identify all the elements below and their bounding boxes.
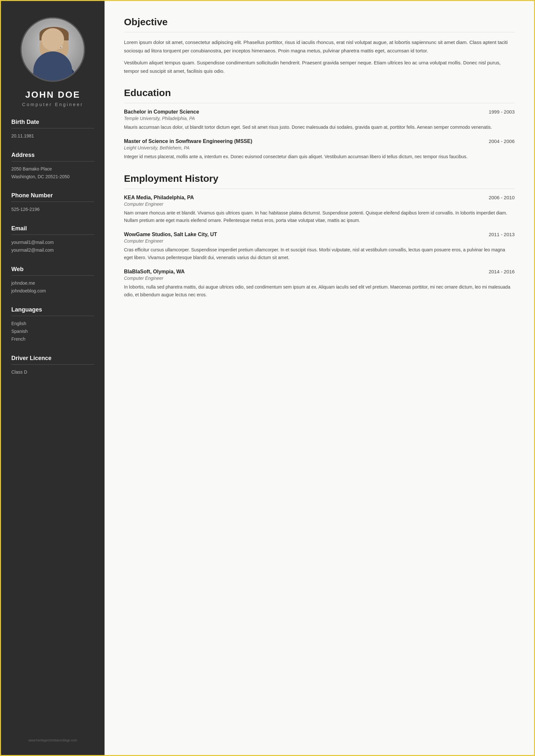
driver-divider bbox=[11, 364, 94, 364]
edu-entry-2-body: Integer id metus placerat, mollis ante a… bbox=[124, 153, 515, 161]
languages-section: Languages English Spanish French bbox=[1, 306, 104, 343]
svg-rect-3 bbox=[50, 55, 58, 63]
objective-title: Objective bbox=[124, 16, 515, 28]
svg-marker-14 bbox=[54, 60, 62, 68]
education-divider bbox=[124, 103, 515, 103]
web2-value: johndoeblog.com bbox=[11, 287, 94, 295]
svg-point-10 bbox=[59, 46, 62, 48]
web-section: Web johndoe.me johndoeblog.com bbox=[1, 266, 104, 295]
emp-entry-2: WowGame Studios, Salt Lake City, UT 2011… bbox=[124, 231, 515, 262]
objective-section: Objective Lorem ipsum dolor sit amet, co… bbox=[124, 16, 515, 75]
emp-entry-3-header: BlaBlaSoft, Olympia, WA 2014 - 2016 bbox=[124, 269, 515, 275]
avatar bbox=[20, 17, 85, 82]
edu-entry-1: Bachelor in Computer Science 1999 - 2003… bbox=[124, 109, 515, 131]
languages-label: Languages bbox=[11, 306, 94, 313]
edu-entry-1-header: Bachelor in Computer Science 1999 - 2003 bbox=[124, 109, 515, 115]
emp-entry-1-role: Computer Engineer bbox=[124, 202, 515, 207]
svg-marker-12 bbox=[54, 61, 67, 72]
person-title: Computer Engineer bbox=[22, 102, 83, 107]
email-divider bbox=[11, 234, 94, 235]
edu-entry-2-header: Master of Science in Sowftware Engineeri… bbox=[124, 138, 515, 144]
emp-entry-2-body: Cras efficitur cursus ullamcorper. Suspe… bbox=[124, 246, 515, 262]
emp-entry-3-body: In lobortis, nulla sed pharetra mattis, … bbox=[124, 284, 515, 299]
svg-rect-6 bbox=[40, 34, 69, 40]
phone-value: 525-126-2196 bbox=[11, 206, 94, 213]
language1-value: English bbox=[11, 320, 94, 328]
language3-value: French bbox=[11, 336, 94, 343]
svg-point-7 bbox=[46, 45, 50, 48]
birth-date-label: Birth Date bbox=[11, 119, 94, 125]
objective-p2: Vestibulum aliquet tempus quam. Suspendi… bbox=[124, 59, 515, 75]
employment-title: Employment History bbox=[124, 173, 515, 184]
edu-entry-1-body: Mauris accumsan lacus dolor, ut blandit … bbox=[124, 123, 515, 131]
main-content: Objective Lorem ipsum dolor sit amet, co… bbox=[104, 1, 534, 755]
emp-entry-2-header: WowGame Studios, Salt Lake City, UT 2011… bbox=[124, 231, 515, 237]
emp-entry-3: BlaBlaSoft, Olympia, WA 2014 - 2016 Comp… bbox=[124, 269, 515, 299]
objective-divider bbox=[124, 32, 515, 32]
objective-p1: Lorem ipsum dolor sit amet, consectetur … bbox=[124, 38, 515, 55]
svg-marker-11 bbox=[41, 61, 54, 72]
address-section: Address 2050 Bamako Place Washington, DC… bbox=[1, 152, 104, 181]
driver-value: Class D bbox=[11, 368, 94, 376]
employment-section: Employment History KEA Media, Philadelph… bbox=[124, 173, 515, 299]
address-label: Address bbox=[11, 152, 94, 158]
employment-divider bbox=[124, 189, 515, 189]
edu-entry-2-dates: 2004 - 2006 bbox=[489, 138, 515, 144]
emp-entry-1-company: KEA Media, Philadelphia, PA bbox=[124, 195, 194, 201]
emp-entry-3-company: BlaBlaSoft, Olympia, WA bbox=[124, 269, 185, 275]
driver-section: Driver Licence Class D bbox=[1, 355, 104, 376]
svg-marker-2 bbox=[52, 61, 56, 73]
footer-url: www.heritagechristiancollege.com bbox=[28, 733, 77, 742]
phone-section: Phone Number 525-126-2196 bbox=[1, 192, 104, 213]
phone-divider bbox=[11, 202, 94, 202]
address-line1: 2050 Bamako Place bbox=[11, 165, 94, 173]
svg-point-9 bbox=[47, 46, 50, 48]
phone-label: Phone Number bbox=[11, 192, 94, 199]
emp-entry-1-body: Nam ornare rhoncus ante et blandit. Viva… bbox=[124, 209, 515, 225]
edu-entry-2-institution: Leight University, Bethlehem, PA bbox=[124, 145, 515, 150]
email-section: Email yourmail1@mail.com yourmail2@mail.… bbox=[1, 225, 104, 254]
language2-value: Spanish bbox=[11, 328, 94, 336]
emp-entry-1: KEA Media, Philadelphia, PA 2006 - 2010 … bbox=[124, 195, 515, 225]
emp-entry-1-dates: 2006 - 2010 bbox=[489, 195, 515, 200]
emp-entry-3-role: Computer Engineer bbox=[124, 276, 515, 281]
svg-point-1 bbox=[31, 62, 77, 81]
emp-entry-2-role: Computer Engineer bbox=[124, 238, 515, 244]
edu-entry-2: Master of Science in Sowftware Engineeri… bbox=[124, 138, 515, 161]
svg-marker-13 bbox=[46, 60, 54, 68]
edu-entry-1-dates: 1999 - 2003 bbox=[489, 109, 515, 115]
web1-value: johndoe.me bbox=[11, 280, 94, 287]
email2-value: yourmail2@mail.com bbox=[11, 247, 94, 254]
emp-entry-2-company: WowGame Studios, Salt Lake City, UT bbox=[124, 231, 217, 237]
web-divider bbox=[11, 275, 94, 276]
emp-entry-3-dates: 2014 - 2016 bbox=[489, 269, 515, 274]
emp-entry-2-dates: 2011 - 2013 bbox=[489, 231, 515, 237]
email1-value: yourmail1@mail.com bbox=[11, 239, 94, 247]
driver-label: Driver Licence bbox=[11, 355, 94, 362]
edu-entry-1-degree: Bachelor in Computer Science bbox=[124, 109, 199, 115]
birth-date-section: Birth Date 20.11.1981 bbox=[1, 119, 104, 140]
resume-container: JOHN DOE Computer Engineer Birth Date 20… bbox=[0, 0, 535, 756]
languages-divider bbox=[11, 316, 94, 316]
emp-entry-1-header: KEA Media, Philadelphia, PA 2006 - 2010 bbox=[124, 195, 515, 201]
email-label: Email bbox=[11, 225, 94, 232]
education-title: Education bbox=[124, 87, 515, 98]
address-divider bbox=[11, 161, 94, 161]
education-section: Education Bachelor in Computer Science 1… bbox=[124, 87, 515, 161]
person-name: JOHN DOE bbox=[25, 90, 80, 100]
birth-date-value: 20.11.1981 bbox=[11, 132, 94, 140]
edu-entry-2-degree: Master of Science in Sowftware Engineeri… bbox=[124, 138, 252, 144]
web-label: Web bbox=[11, 266, 94, 273]
edu-entry-1-institution: Temple University, Philadelphia, PA bbox=[124, 116, 515, 121]
avatar-image bbox=[22, 18, 84, 81]
address-line2: Washington, DC 20521-2050 bbox=[11, 173, 94, 181]
sidebar: JOHN DOE Computer Engineer Birth Date 20… bbox=[1, 1, 104, 755]
birth-date-divider bbox=[11, 128, 94, 128]
